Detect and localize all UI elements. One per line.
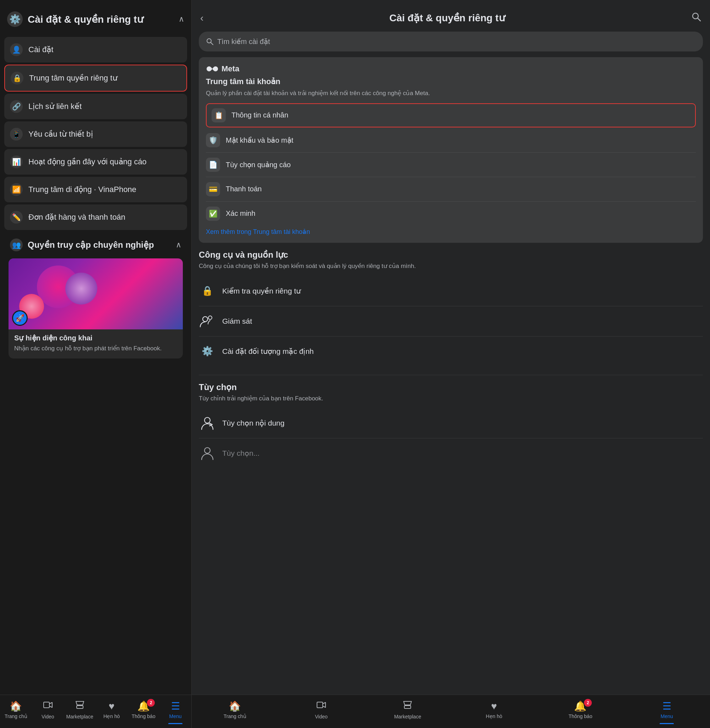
meta-menu-label-thong-tin: Thông tin cá nhân	[232, 111, 288, 119]
nav-item-marketplace-right[interactable]: Marketplace	[393, 700, 422, 719]
meta-logo: Meta	[206, 64, 696, 73]
nav-label-trang-chu-right: Trang chủ	[224, 713, 246, 719]
tools-section: Công cụ và nguồn lực Công cụ của chúng t…	[199, 250, 703, 366]
tool-label-kiem-tra: Kiểm tra quyền riêng tư	[222, 287, 301, 295]
chevron-up-icon[interactable]: ∧	[179, 15, 184, 24]
search-bar[interactable]: Tìm kiếm cài đặt	[199, 32, 703, 51]
tools-title: Công cụ và nguồn lực	[199, 250, 703, 260]
sidebar-item-label: Trung tâm quyền riêng tư	[29, 73, 117, 83]
settings-gear-icon: ⚙️	[7, 11, 23, 27]
sidebar-item-trung-tam-quyen-rieng-tu[interactable]: 🔒 Trung tâm quyền riêng tư	[4, 64, 187, 92]
monitor-icon	[199, 313, 216, 330]
right-content: Meta Trung tâm tài khoản Quản lý phần cà…	[192, 57, 710, 694]
nav-label-menu: Menu	[169, 713, 182, 719]
nav-label-video-right: Video	[315, 714, 328, 719]
user-icon: 👤	[10, 43, 23, 56]
nav-item-thong-bao-right[interactable]: 2 🔔 Thông báo	[566, 700, 595, 719]
security-icon: 🛡️	[206, 133, 220, 147]
nav-item-menu-right[interactable]: ☰ Menu	[653, 700, 681, 719]
meta-menu-mat-khau[interactable]: 🛡️ Mật khẩu và bảo mật	[206, 128, 696, 152]
nav-item-menu-left[interactable]: ☰ Menu	[161, 700, 189, 719]
svg-point-7	[208, 316, 212, 319]
back-icon[interactable]: ‹	[200, 12, 203, 24]
professional-access-section-header: 👥 Quyền truy cập chuyên nghiệp ∧	[4, 232, 187, 256]
sidebar-item-label: Trung tâm di động · VinaPhone	[28, 185, 136, 194]
tool-label-cai-dat-doi-tuong: Cài đặt đối tượng mặc định	[222, 347, 314, 356]
tool-tuy-chon-noi-dung[interactable]: Tùy chọn nội dung	[199, 408, 703, 438]
sidebar-item-hoat-dong-quang-cao[interactable]: 📊 Hoạt động gần đây với quảng cáo	[4, 149, 187, 174]
tool-kiem-tra-quyen-rieng-tu[interactable]: 🔒 Kiểm tra quyền riêng tư	[199, 276, 703, 306]
professional-chevron-icon[interactable]: ∧	[176, 240, 181, 249]
nav-label-marketplace: Marketplace	[66, 714, 93, 719]
right-header: ‹ Cài đặt & quyền riêng tư	[192, 0, 710, 32]
sidebar-item-trung-tam-di-dong[interactable]: 📶 Trung tâm di động · VinaPhone	[4, 177, 187, 202]
sidebar-item-yeu-cau-thiet-bi[interactable]: 📱 Yêu cầu từ thiết bị	[4, 122, 187, 147]
professional-access-title: Quyền truy cập chuyên nghiệp	[28, 240, 154, 250]
sidebar-item-cai-dat[interactable]: 👤 Cài đặt	[4, 37, 187, 63]
nav-item-thong-bao-left[interactable]: 2 🔔 Thông báo	[129, 700, 158, 719]
sidebar-item-don-dat-hang[interactable]: ✏️ Đơn đặt hàng và thanh toán	[4, 204, 187, 230]
right-bottom-nav: 🏠 Trang chủ Video Marketplace ♥	[192, 694, 710, 728]
default-audience-icon: ⚙️	[199, 343, 216, 360]
options-desc: Tùy chỉnh trải nghiệm của bạn trên Faceb…	[199, 394, 703, 403]
verify-icon: ✅	[206, 207, 220, 221]
promo-title: Sự hiện diện công khai	[14, 334, 177, 342]
heart-icon: ♥	[109, 701, 114, 712]
sidebar-item-lich-su-lien-ket[interactable]: 🔗 Lịch sử liên kết	[4, 94, 187, 119]
svg-rect-10	[317, 702, 323, 708]
meta-logo-text: Meta	[222, 64, 239, 73]
active-indicator-bar-right	[660, 723, 674, 724]
meta-menu-label-mat-khau: Mật khẩu và bảo mật	[226, 136, 293, 145]
meta-menu-label-quang-cao: Tùy chọn quảng cáo	[226, 160, 291, 169]
left-header-left: ⚙️ Cài đặt & quyền riêng tư	[7, 11, 144, 27]
personal-info-icon: 📋	[211, 108, 226, 123]
options-section: Tùy chọn Tùy chỉnh trải nghiệm của bạn t…	[199, 382, 703, 469]
meta-menu-xac-minh[interactable]: ✅ Xác minh	[206, 202, 696, 226]
orb2-decoration	[65, 272, 97, 305]
svg-rect-11	[404, 706, 411, 709]
notification-badge: 2	[147, 699, 155, 707]
tool-label-partial: Tùy chọn...	[222, 449, 260, 457]
see-more-link[interactable]: Xem thêm trong Trung tâm tài khoản	[206, 228, 310, 236]
tools-desc: Công cụ của chúng tôi hỗ trợ bạn kiểm so…	[199, 262, 703, 271]
nav-item-marketplace-left[interactable]: Marketplace	[66, 700, 94, 719]
nav-item-trang-chu-left[interactable]: 🏠 Trang chủ	[2, 700, 30, 719]
meta-menu-thong-tin-ca-nhan[interactable]: 📋 Thông tin cá nhân	[206, 103, 696, 127]
left-menu: 👤 Cài đặt 🔒 Trung tâm quyền riêng tư 🔗 L…	[0, 34, 191, 694]
sidebar-item-label: Lịch sử liên kết	[28, 102, 82, 111]
tool-giam-sat[interactable]: Giám sát	[199, 306, 703, 337]
ad-options-icon: 📄	[206, 158, 220, 172]
sidebar-item-label: Hoạt động gần đây với quảng cáo	[28, 157, 147, 167]
sidebar-item-label: Yêu cầu từ thiết bị	[28, 130, 93, 139]
tool-item-partial[interactable]: Tùy chọn...	[199, 438, 703, 468]
svg-rect-0	[44, 702, 49, 708]
meta-menu-thanh-toan[interactable]: 💳 Thanh toán	[206, 177, 696, 202]
home-icon-right: 🏠	[229, 700, 241, 712]
sidebar-item-label: Cài đặt	[28, 45, 53, 54]
nav-item-trang-chu-right[interactable]: 🏠 Trang chủ	[221, 700, 249, 719]
privacy-check-icon: 🔒	[199, 283, 216, 300]
svg-point-8	[204, 417, 210, 423]
content-options-icon	[199, 415, 216, 432]
promo-card[interactable]: 🚀 Sự hiện diện công khai Nhận các công c…	[9, 258, 183, 359]
tool-cai-dat-doi-tuong[interactable]: ⚙️ Cài đặt đối tượng mặc định	[199, 337, 703, 366]
nav-label-hen-ho-right: Hẹn hò	[486, 713, 502, 719]
promo-desc: Nhận các công cụ hỗ trợ bạn phát triển t…	[14, 344, 177, 353]
promo-image: 🚀	[9, 258, 183, 330]
nav-label-video: Video	[41, 714, 54, 719]
nav-label-trang-chu: Trang chủ	[4, 713, 27, 719]
svg-rect-1	[77, 706, 83, 709]
nav-label-thong-bao: Thông báo	[132, 713, 155, 719]
active-indicator-bar	[168, 723, 182, 724]
meta-menu-quang-cao[interactable]: 📄 Tùy chọn quảng cáo	[206, 152, 696, 177]
order-icon: ✏️	[10, 211, 23, 224]
meta-card-title: Trung tâm tài khoản	[206, 77, 696, 86]
svg-line-3	[698, 18, 700, 21]
meta-menu-label-thanh-toan: Thanh toán	[226, 185, 262, 193]
search-icon[interactable]	[691, 11, 701, 25]
nav-item-video-right[interactable]: Video	[307, 700, 336, 719]
nav-item-hen-ho-right[interactable]: ♥ Hẹn hò	[480, 701, 508, 719]
nav-label-thong-bao-right: Thông báo	[568, 713, 592, 719]
nav-item-video-left[interactable]: Video	[34, 700, 62, 719]
nav-item-hen-ho-left[interactable]: ♥ Hẹn hò	[97, 701, 126, 719]
